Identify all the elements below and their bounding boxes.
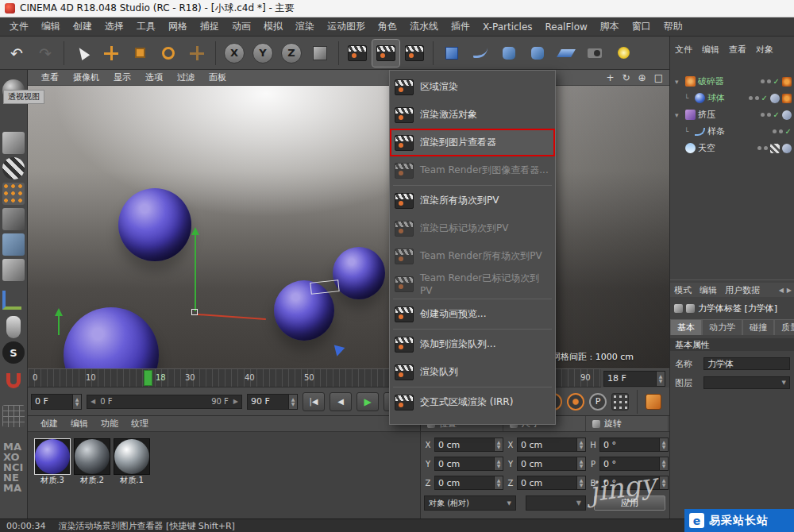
spin-down-icon[interactable]: ▼ [497,464,501,468]
field-value[interactable]: 0 cm [517,457,577,471]
menu-snap[interactable]: 捕捉 [194,20,225,33]
last-tool-button[interactable] [183,40,210,67]
spin-down-icon[interactable]: ▼ [659,379,663,384]
spinner[interactable]: ▲▼ [495,476,503,490]
om-menu-file[interactable]: 文件 [670,44,697,56]
rotate-tool-button[interactable] [155,40,182,67]
enabled-check-icon[interactable]: ✓ [761,94,768,102]
om-menu-objects[interactable]: 对象 [751,44,778,56]
material-item[interactable]: 材质.2 [74,438,110,486]
position-z-field[interactable]: 0 cm▲▼ [434,476,503,490]
menu-script[interactable]: 脚本 [594,20,626,33]
object-row-fracture[interactable]: ▾ 破碎器 ✓ [670,73,794,90]
pen-spline-button[interactable] [467,40,494,67]
viewport-menu-display[interactable]: 显示 [106,71,138,83]
redo-button[interactable]: ↷ [32,40,59,67]
viewport-canvas[interactable]: 网格间距 : 1000 cm [28,86,669,368]
menu-animate[interactable]: 动画 [225,20,257,33]
object-name[interactable]: 破碎器 [698,75,724,87]
spin-down-icon[interactable]: ▼ [291,402,295,407]
menu-item-add-to-render-queue[interactable]: 添加到渲染队列... [390,330,555,358]
spin-down-icon[interactable]: ▼ [497,445,501,449]
om-menu-view[interactable]: 查看 [724,44,751,56]
material-thumbnail[interactable] [114,438,150,475]
rotation-h-field[interactable]: 0 °▲▼ [599,438,669,452]
timeline-range-slider[interactable]: ◀ 0 F 90 F ▶ [87,395,242,409]
menu-select[interactable]: 选择 [98,20,130,33]
start-frame-value[interactable]: 0 F [31,394,73,410]
y-axis-arrow-icon[interactable] [191,227,199,235]
mouse-tweak-icon[interactable] [6,316,21,338]
material-name[interactable]: 材质.1 [114,475,150,486]
menu-character[interactable]: 角色 [372,20,403,33]
render-visibility-dot[interactable] [755,96,759,100]
viewport-menu-cameras[interactable]: 摄像机 [66,71,106,83]
menu-item-region-render[interactable]: 区域渲染 [390,73,555,101]
viewport-menu-view[interactable]: 查看 [34,71,66,83]
spin-down-icon[interactable]: ▼ [497,483,501,488]
enabled-check-icon[interactable]: ✓ [773,77,780,86]
render-visibility-dot[interactable] [779,129,783,133]
phong-tag-icon[interactable] [782,110,792,120]
light-button[interactable] [610,40,637,67]
spinner[interactable]: ▲▼ [495,438,503,452]
size-x-field[interactable]: 0 cm▲▼ [517,438,586,452]
tab-basic[interactable]: 基本 [670,319,702,335]
menu-item-team-render-to-picture-viewer[interactable]: Team Render到图像查看器... [390,156,555,184]
model-mode-icon[interactable] [2,132,25,154]
orbit-view-icon[interactable]: ↻ [622,72,630,83]
texture-tag-icon[interactable] [770,144,780,153]
lock-z-axis-button[interactable]: Z [278,40,305,67]
object-mode-icon[interactable] [2,259,25,281]
coordinate-system-button[interactable] [306,40,333,67]
axis-origin-handle[interactable] [191,309,198,315]
end-frame-spinner[interactable]: ▲▼ [289,394,298,410]
object-name[interactable]: 挤压 [698,109,715,121]
render-settings-button[interactable] [401,40,428,67]
material-name[interactable]: 材质.3 [34,475,71,486]
rotation-p-field[interactable]: 0 °▲▼ [599,457,669,471]
spin-down-icon[interactable]: ▼ [580,445,584,449]
subdivision-surface-button[interactable] [495,40,522,67]
object-name[interactable]: 样条 [707,125,725,137]
y-axis-handle[interactable] [195,235,196,311]
menu-realflow[interactable]: RealFlow [539,21,594,33]
current-frame-value[interactable]: 18 F [603,371,657,387]
spinner[interactable]: ▲▼ [577,438,586,452]
attr-menu-userdata[interactable]: 用户数据 [721,284,764,296]
play-button[interactable]: ▶ [357,392,379,411]
object-name[interactable]: 天空 [698,142,715,154]
viewport-menu-filter[interactable]: 过滤 [170,71,202,83]
x-axis-handle[interactable] [198,314,266,320]
field-value[interactable]: 0 cm [434,438,495,452]
spin-down-icon[interactable]: ▼ [662,483,666,488]
expand-icon[interactable]: ▾ [675,78,683,86]
menu-help[interactable]: 帮助 [657,20,689,33]
current-frame-field[interactable]: 18 F ▲▼ [603,371,665,387]
editor-visibility-dot[interactable] [761,79,765,83]
dynamics-tag-icon[interactable] [782,77,792,87]
layer-dropdown[interactable]: ▼ [703,376,790,389]
spinner[interactable]: ▲▼ [660,476,669,490]
menu-plugins[interactable]: 插件 [445,20,476,33]
menu-item-make-preview[interactable]: 创建动画预览... [390,300,555,328]
menu-tools[interactable]: 工具 [130,20,162,33]
menu-item-render-queue[interactable]: 渲染队列 [390,358,555,386]
spinner[interactable]: ▲▼ [660,438,669,452]
playhead[interactable] [144,370,152,386]
spinner[interactable]: ▲▼ [577,457,586,471]
menu-pipeline[interactable]: 流水线 [403,20,445,33]
editor-visibility-dot[interactable] [749,96,753,100]
menu-item-render-to-picture-viewer[interactable]: 渲染到图片查看器 [390,129,555,156]
menu-window[interactable]: 窗口 [626,20,657,33]
editor-visibility-dot[interactable] [773,129,777,133]
material-item[interactable]: 材质.1 [114,438,150,486]
field-value[interactable]: 0 ° [599,438,660,452]
pan-view-icon[interactable]: + [606,72,614,83]
phong-tag-icon[interactable] [782,144,792,153]
mat-menu-edit[interactable]: 编辑 [64,418,94,430]
object-row-sky[interactable]: 天空 [670,140,794,156]
menu-item-team-render-marked-takes-pv[interactable]: Team Render已标记场次到PV [390,270,555,298]
polygons-mode-icon[interactable] [2,233,25,256]
render-visibility-dot[interactable] [764,146,768,150]
